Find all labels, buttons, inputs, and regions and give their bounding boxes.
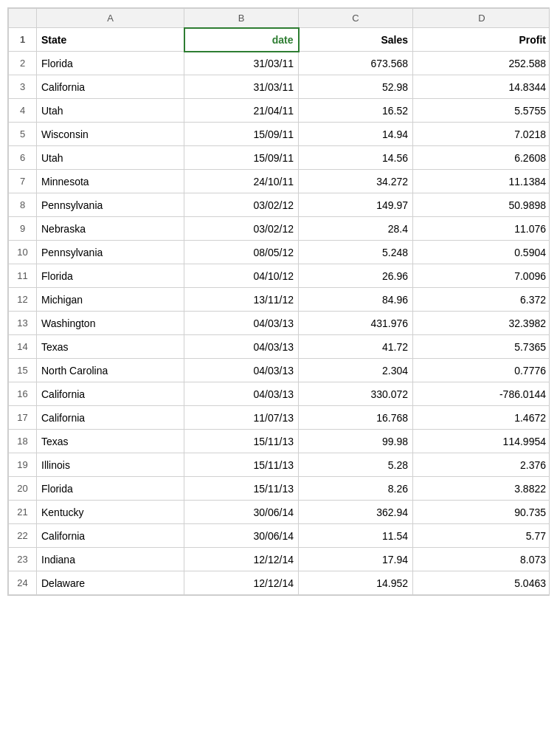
cell-sales-16[interactable]: 99.98 — [299, 430, 413, 453]
cell-profit-10[interactable]: 6.372 — [413, 288, 550, 312]
cell-profit-12[interactable]: 5.7365 — [413, 335, 550, 359]
cell-date-1[interactable]: 31/03/11 — [184, 75, 299, 99]
cell-date-5[interactable]: 24/10/11 — [184, 170, 299, 193]
cell-state-5[interactable]: Minnesota — [37, 170, 184, 193]
cell-date-0[interactable]: 31/03/11 — [184, 52, 299, 75]
cell-state-10[interactable]: Michigan — [37, 288, 184, 312]
cell-state-11[interactable]: Washington — [37, 312, 184, 335]
table-row: 2Florida31/03/11673.568252.588 — [9, 52, 550, 75]
col-header-c[interactable]: C — [299, 9, 413, 28]
cell-date-19[interactable]: 30/06/14 — [184, 501, 299, 524]
cell-profit-1[interactable]: 14.8344 — [413, 75, 550, 99]
cell-sales-11[interactable]: 431.976 — [299, 312, 413, 335]
cell-profit-8[interactable]: 0.5904 — [413, 241, 550, 264]
cell-profit-7[interactable]: 11.076 — [413, 217, 550, 241]
cell-date-16[interactable]: 15/11/13 — [184, 430, 299, 453]
table-row: 8Pennsylvania03/02/12149.9750.9898 — [9, 193, 550, 217]
cell-profit-11[interactable]: 32.3982 — [413, 312, 550, 335]
cell-date-13[interactable]: 04/03/13 — [184, 359, 299, 382]
cell-date-20[interactable]: 30/06/14 — [184, 524, 299, 548]
cell-state-0[interactable]: Florida — [37, 52, 184, 75]
cell-state-12[interactable]: Texas — [37, 335, 184, 359]
cell-sales-12[interactable]: 41.72 — [299, 335, 413, 359]
cell-date-7[interactable]: 03/02/12 — [184, 217, 299, 241]
cell-date-12[interactable]: 04/03/13 — [184, 335, 299, 359]
cell-state-6[interactable]: Pennsylvania — [37, 193, 184, 217]
cell-sales-18[interactable]: 8.26 — [299, 477, 413, 501]
cell-state-22[interactable]: Delaware — [37, 571, 184, 595]
cell-sales-20[interactable]: 11.54 — [299, 524, 413, 548]
cell-sales-7[interactable]: 28.4 — [299, 217, 413, 241]
cell-profit-17[interactable]: 2.376 — [413, 453, 550, 477]
cell-date-22[interactable]: 12/12/14 — [184, 571, 299, 595]
cell-state-15[interactable]: California — [37, 406, 184, 430]
cell-state-4[interactable]: Utah — [37, 146, 184, 170]
cell-date-9[interactable]: 04/10/12 — [184, 264, 299, 288]
cell-profit-5[interactable]: 11.1384 — [413, 170, 550, 193]
cell-date-15[interactable]: 11/07/13 — [184, 406, 299, 430]
cell-sales-9[interactable]: 26.96 — [299, 264, 413, 288]
cell-date-17[interactable]: 15/11/13 — [184, 453, 299, 477]
cell-state-20[interactable]: California — [37, 524, 184, 548]
cell-date-3[interactable]: 15/09/11 — [184, 123, 299, 146]
cell-profit-15[interactable]: 1.4672 — [413, 406, 550, 430]
cell-sales-21[interactable]: 17.94 — [299, 548, 413, 571]
cell-sales-5[interactable]: 34.272 — [299, 170, 413, 193]
cell-state-8[interactable]: Pennsylvania — [37, 241, 184, 264]
cell-profit-3[interactable]: 7.0218 — [413, 123, 550, 146]
cell-state-13[interactable]: North Carolina — [37, 359, 184, 382]
cell-profit-18[interactable]: 3.8822 — [413, 477, 550, 501]
cell-sales-2[interactable]: 16.52 — [299, 99, 413, 123]
cell-sales-1[interactable]: 52.98 — [299, 75, 413, 99]
cell-sales-4[interactable]: 14.56 — [299, 146, 413, 170]
cell-date-10[interactable]: 13/11/12 — [184, 288, 299, 312]
cell-profit-13[interactable]: 0.7776 — [413, 359, 550, 382]
cell-sales-14[interactable]: 330.072 — [299, 382, 413, 406]
cell-profit-21[interactable]: 8.073 — [413, 548, 550, 571]
cell-profit-19[interactable]: 90.735 — [413, 501, 550, 524]
cell-profit-16[interactable]: 114.9954 — [413, 430, 550, 453]
cell-state-3[interactable]: Wisconsin — [37, 123, 184, 146]
cell-profit-4[interactable]: 6.2608 — [413, 146, 550, 170]
cell-profit-9[interactable]: 7.0096 — [413, 264, 550, 288]
cell-profit-0[interactable]: 252.588 — [413, 52, 550, 75]
table-row: 14Texas04/03/1341.725.7365 — [9, 335, 550, 359]
cell-date-14[interactable]: 04/03/13 — [184, 382, 299, 406]
col-header-d[interactable]: D — [413, 9, 550, 28]
cell-profit-6[interactable]: 50.9898 — [413, 193, 550, 217]
cell-sales-10[interactable]: 84.96 — [299, 288, 413, 312]
cell-state-1[interactable]: California — [37, 75, 184, 99]
col-header-b[interactable]: B — [184, 9, 299, 28]
cell-sales-3[interactable]: 14.94 — [299, 123, 413, 146]
cell-date-2[interactable]: 21/04/11 — [184, 99, 299, 123]
cell-sales-6[interactable]: 149.97 — [299, 193, 413, 217]
cell-profit-2[interactable]: 5.5755 — [413, 99, 550, 123]
cell-date-11[interactable]: 04/03/13 — [184, 312, 299, 335]
cell-profit-20[interactable]: 5.77 — [413, 524, 550, 548]
cell-state-9[interactable]: Florida — [37, 264, 184, 288]
cell-state-16[interactable]: Texas — [37, 430, 184, 453]
cell-profit-22[interactable]: 5.0463 — [413, 571, 550, 595]
cell-date-6[interactable]: 03/02/12 — [184, 193, 299, 217]
cell-date-21[interactable]: 12/12/14 — [184, 548, 299, 571]
cell-state-18[interactable]: Florida — [37, 477, 184, 501]
cell-sales-19[interactable]: 362.94 — [299, 501, 413, 524]
cell-date-8[interactable]: 08/05/12 — [184, 241, 299, 264]
cell-state-14[interactable]: California — [37, 382, 184, 406]
col-header-a[interactable]: A — [37, 9, 184, 28]
cell-state-17[interactable]: Illinois — [37, 453, 184, 477]
cell-profit-14[interactable]: -786.0144 — [413, 382, 550, 406]
cell-state-7[interactable]: Nebraska — [37, 217, 184, 241]
cell-sales-15[interactable]: 16.768 — [299, 406, 413, 430]
cell-sales-22[interactable]: 14.952 — [299, 571, 413, 595]
cell-sales-13[interactable]: 2.304 — [299, 359, 413, 382]
cell-date-4[interactable]: 15/09/11 — [184, 146, 299, 170]
cell-sales-8[interactable]: 5.248 — [299, 241, 413, 264]
row-num-23: 23 — [9, 548, 37, 571]
cell-state-19[interactable]: Kentucky — [37, 501, 184, 524]
cell-state-21[interactable]: Indiana — [37, 548, 184, 571]
cell-sales-0[interactable]: 673.568 — [299, 52, 413, 75]
cell-state-2[interactable]: Utah — [37, 99, 184, 123]
cell-date-18[interactable]: 15/11/13 — [184, 477, 299, 501]
cell-sales-17[interactable]: 5.28 — [299, 453, 413, 477]
